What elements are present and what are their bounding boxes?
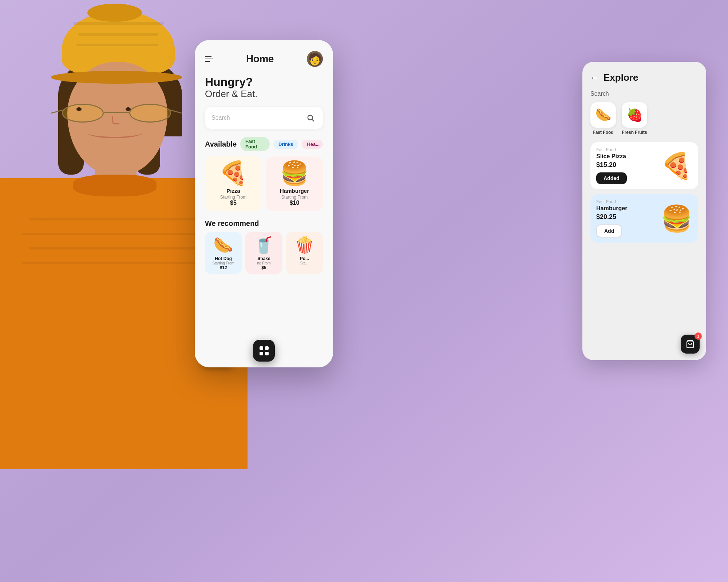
svg-line-1: [312, 120, 314, 121]
explore-pizza-price: $15.20: [596, 161, 656, 169]
recommend-price-shake: $5: [249, 265, 278, 270]
food-from-hamburger: Starting From: [271, 195, 318, 200]
available-title: Available: [205, 140, 237, 148]
search-icon[interactable]: [305, 112, 316, 124]
added-button[interactable]: Added: [596, 172, 627, 184]
recommend-card-hotdog[interactable]: 🌭 Hot Dog Starting From $12: [205, 232, 242, 274]
hero-subtitle: Order & Eat.: [205, 88, 323, 100]
food-card-pizza[interactable]: 🍕 Pizza Starting From $5: [205, 156, 262, 211]
recommend-name-hotdog: Hot Dog: [209, 256, 238, 261]
cart-badge: 1: [695, 332, 702, 340]
recommend-from-popcorn: Sta...: [290, 261, 319, 265]
explore-title: Explore: [604, 72, 638, 83]
explore-panel: ← Explore Search 🌭 Fast Food 🍓 Fresh Fru…: [582, 62, 706, 360]
hero-title: Hungry?: [205, 76, 323, 88]
tag-drinks[interactable]: Drinks: [273, 140, 298, 149]
fab-button[interactable]: [253, 340, 275, 362]
categories-row: 🌭 Fast Food 🍓 Fresh Fruits: [590, 102, 698, 135]
category-fresh-fruits[interactable]: 🍓 Fresh Fruits: [622, 102, 647, 135]
explore-search-label: Search: [590, 91, 698, 97]
explore-hamburger-name: Hamburger: [596, 205, 656, 212]
svg-point-0: [308, 115, 313, 120]
recommend-card-shake[interactable]: 🥤 Shake ng From $5: [245, 232, 282, 274]
recommend-card-popcorn[interactable]: 🍿 Po... Sta...: [286, 232, 323, 274]
food-name-pizza: Pizza: [210, 188, 257, 194]
explore-pizza-name: Slice Pizza: [596, 153, 656, 160]
search-bar[interactable]: Search: [205, 107, 323, 129]
recommend-name-shake: Shake: [249, 256, 278, 261]
explore-hamburger-price: $20.25: [596, 213, 656, 221]
menu-button[interactable]: [205, 56, 213, 62]
hero-section: Hungry? Order & Eat.: [205, 76, 323, 100]
explore-food-hamburger[interactable]: Fast Food Hamburger $20.25 Add 🍔: [590, 194, 698, 243]
food-from-pizza: Starting From: [210, 195, 257, 200]
tag-health[interactable]: Hea...: [302, 140, 323, 149]
food-price-hamburger: $10: [271, 200, 318, 206]
explore-food-pizza[interactable]: Fast Food Slice Pizza $15.20 Added 🍕: [590, 142, 698, 189]
recommend-title: We recommend: [205, 219, 323, 228]
food-name-hamburger: Hamburger: [271, 188, 318, 194]
category-name-fast-food: Fast Food: [593, 130, 613, 135]
avatar[interactable]: 🧑: [307, 51, 323, 67]
food-card-hamburger[interactable]: 🍔 Hamburger Starting From $10: [266, 156, 323, 211]
app-title: Home: [246, 53, 274, 65]
recommend-name-popcorn: Po...: [290, 256, 319, 261]
food-price-pizza: $5: [210, 200, 257, 206]
add-button[interactable]: Add: [596, 224, 622, 238]
cart-button[interactable]: 1: [681, 335, 700, 354]
back-button[interactable]: ←: [590, 73, 598, 83]
category-fast-food[interactable]: 🌭 Fast Food: [590, 102, 616, 135]
tag-fast-food[interactable]: Fast Food: [240, 137, 270, 151]
recommend-from-hotdog: Starting From: [209, 261, 238, 265]
recommend-from-shake: ng From: [249, 261, 278, 265]
category-name-fresh-fruits: Fresh Fruits: [622, 130, 647, 135]
search-placeholder: Search: [211, 115, 230, 121]
recommend-price-hotdog: $12: [209, 265, 238, 270]
phone-mockup: Home 🧑 Hungry? Order & Eat. Search Avail…: [195, 40, 333, 367]
